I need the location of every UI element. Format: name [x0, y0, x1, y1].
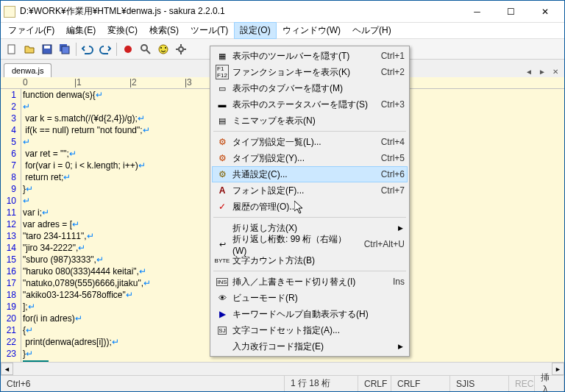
file-tab[interactable]: denwa.js	[4, 63, 51, 77]
menubar: ファイル(F) 編集(E) 変換(C) 検索(S) ツール(T) 設定(O) ウ…	[1, 23, 564, 39]
menu-item[interactable]: SJ文字コードセット指定(A)...	[212, 322, 408, 338]
menu-item[interactable]: ⚙タイプ別設定一覧(L)...Ctrl+4	[212, 134, 408, 150]
titlebar[interactable]: D:¥WORK¥作業用¥HTML¥denwa.js - sakura 2.2.0…	[1, 1, 564, 23]
menu-item-label: 表示中のツールバーを隠す(T)	[232, 50, 372, 63]
scroll-track[interactable]	[13, 363, 552, 375]
menu-item-label: 表示中のステータスバーを隠す(S)	[232, 99, 372, 111]
svg-line-7	[146, 50, 150, 54]
menu-file[interactable]: ファイル(F)	[2, 22, 60, 39]
svg-point-6	[141, 45, 147, 51]
menu-item[interactable]: ▬表示中のステータスバーを隠す(S)Ctrl+3	[212, 96, 408, 113]
menu-item-label: キーワードヘルプ自動表示する(H)	[232, 308, 405, 321]
settings-button[interactable]	[173, 41, 189, 57]
submenu-arrow-icon: ▶	[398, 343, 403, 350]
menu-item-label: 共通設定(C)...	[232, 168, 372, 181]
tab-close-button[interactable]: ✕	[550, 65, 561, 77]
menu-item-label: 文字コードセット指定(A)...	[232, 324, 405, 337]
menu-item[interactable]: Aフォント設定(F)...Ctrl+7	[212, 182, 408, 199]
menu-item[interactable]: F1F12ファンクションキーを表示(K)Ctrl+2	[212, 64, 408, 80]
scroll-left-button[interactable]: ◄	[1, 363, 13, 375]
common-icon: ⚙	[215, 168, 230, 181]
close-button[interactable]: ✕	[528, 1, 561, 22]
menu-item-label: 挿入／上書きモード切り替え(I)	[232, 276, 384, 288]
wrap-icon: ↩	[215, 238, 230, 251]
save-all-button[interactable]	[57, 41, 73, 57]
menu-option[interactable]: 設定(O)	[234, 22, 276, 39]
menu-help[interactable]: ヘルプ(H)	[347, 22, 397, 39]
menu-convert[interactable]: 変換(C)	[102, 22, 143, 39]
tab-icon: ▭	[215, 82, 230, 95]
app-icon	[4, 6, 15, 18]
svg-rect-4	[62, 46, 69, 54]
status-encoding: SJIS	[450, 376, 509, 391]
menu-item-shortcut: Ctrl+6	[381, 169, 405, 179]
menu-item-shortcut: Ctrl+4	[381, 137, 405, 147]
menu-item-label: 入力改行コード指定(E)	[232, 341, 405, 353]
menu-item[interactable]: ↩折り返し桁数: 99 桁（右端）(W)Ctrl+Alt+U	[212, 236, 408, 252]
record-button[interactable]	[120, 41, 136, 57]
menu-item-shortcut: Ctrl+3	[381, 99, 405, 110]
status-hint: Ctrl+6	[1, 376, 285, 391]
status-rec: REC	[509, 376, 535, 391]
menu-item-shortcut: Ctrl+7	[381, 185, 405, 196]
undo-button[interactable]	[79, 41, 96, 57]
menu-item-label: 履歴の管理(O)...	[232, 201, 405, 213]
status-icon: ▬	[215, 98, 230, 111]
menu-window[interactable]: ウィンドウ(W)	[277, 22, 347, 39]
menu-item-label: ミニマップを表示(N)	[232, 115, 405, 127]
menu-item[interactable]: ▭表示中のタブバーを隠す(M)	[212, 80, 408, 96]
toolbar-icon: ▦	[215, 49, 230, 63]
type-icon: ⚙	[215, 152, 230, 165]
menu-item-label: ファンクションキーを表示(K)	[232, 66, 372, 79]
menu-item[interactable]: ▤ミニマップを表示(N)	[212, 113, 408, 129]
menu-item[interactable]: ▦表示中のツールバーを隠す(T)Ctrl+1	[212, 48, 408, 64]
minimize-button[interactable]: ─	[461, 1, 494, 22]
menu-item-shortcut: Ctrl+5	[381, 153, 405, 163]
menu-tool[interactable]: ツール(T)	[185, 22, 234, 39]
svg-rect-0	[8, 45, 15, 54]
minimap-icon: ▤	[215, 114, 230, 127]
fk-icon: F1F12	[215, 65, 230, 79]
save-button[interactable]	[39, 41, 55, 57]
find-button[interactable]	[138, 41, 154, 57]
svg-point-8	[159, 45, 168, 54]
menu-search[interactable]: 検索(S)	[143, 22, 185, 39]
mouse-cursor	[294, 201, 306, 218]
menu-item-label: タイプ別設定(Y)...	[232, 152, 372, 165]
history-icon: ✓	[215, 200, 230, 213]
open-button[interactable]	[21, 41, 38, 57]
menu-item[interactable]: BYTE文字カウント方法(B)	[212, 252, 408, 268]
face-button[interactable]	[155, 41, 171, 57]
status-insert: 挿入	[535, 376, 564, 391]
menu-item-label: タイプ別設定一覧(L)...	[232, 136, 372, 149]
svg-point-5	[124, 46, 132, 53]
menu-item-label: 文字カウント方法(B)	[232, 254, 405, 267]
new-file-button[interactable]	[4, 41, 20, 57]
h-scrollbar[interactable]: ◄ ►	[1, 362, 564, 375]
charset-icon: SJ	[215, 324, 230, 337]
tab-next-button[interactable]: ►	[536, 65, 548, 77]
menu-item[interactable]: ⚙タイプ別設定(Y)...Ctrl+5	[212, 150, 408, 166]
blank-icon	[215, 221, 230, 235]
font-icon: A	[215, 184, 230, 197]
redo-button[interactable]	[97, 41, 113, 57]
menu-item[interactable]: ✓履歴の管理(O)...	[212, 199, 408, 215]
maximize-button[interactable]: ☐	[494, 1, 527, 22]
menu-edit[interactable]: 編集(E)	[60, 22, 102, 39]
status-bar: Ctrl+6 1 行 18 桁 CRLF CRLF SJIS REC 挿入	[1, 375, 564, 391]
svg-point-9	[160, 47, 162, 49]
svg-point-10	[165, 47, 166, 49]
view-icon: 👁	[215, 291, 230, 304]
tab-prev-button[interactable]: ◄	[523, 65, 535, 77]
menu-item-label: ビューモード(R)	[232, 292, 405, 304]
menu-item[interactable]: 👁ビューモード(R)	[212, 290, 408, 306]
menu-item[interactable]: ⚙共通設定(C)...Ctrl+6	[212, 166, 408, 182]
submenu-arrow-icon: ▶	[398, 224, 403, 232]
window-title: D:¥WORK¥作業用¥HTML¥denwa.js - sakura 2.2.0…	[20, 5, 461, 18]
byte-icon: BYTE	[215, 254, 230, 267]
menu-item[interactable]: 入力改行コード指定(E)▶	[212, 338, 408, 354]
menu-item-label: 表示中のタブバーを隠す(M)	[232, 82, 405, 95]
menu-item[interactable]: INS挿入／上書きモード切り替え(I)Ins	[212, 274, 408, 290]
menu-item[interactable]: ▶キーワードヘルプ自動表示する(H)	[212, 306, 408, 322]
kwhelp-icon: ▶	[215, 307, 230, 321]
